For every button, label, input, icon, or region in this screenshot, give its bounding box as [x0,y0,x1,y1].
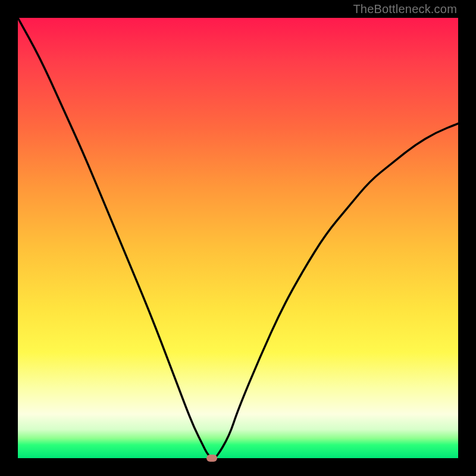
watermark-text: TheBottleneck.com [353,2,457,16]
bottleneck-curve-path [18,18,458,458]
plot-area [18,18,458,458]
optimal-point-marker [206,455,217,462]
chart-frame: TheBottleneck.com [0,0,476,476]
curve-svg [18,18,458,458]
